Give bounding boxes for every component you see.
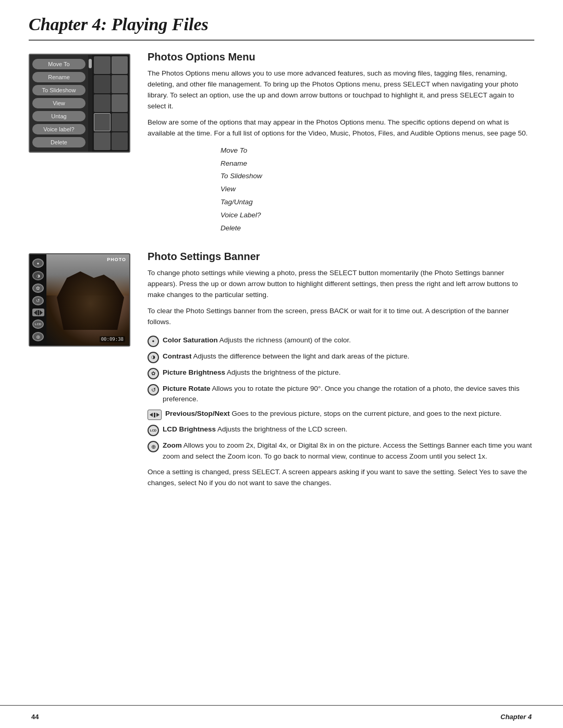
zoom-icon: ⊕: [32, 332, 44, 341]
menu-btn-move-to[interactable]: Move To: [32, 59, 85, 69]
feature-brightness-text: Picture Brightness Adjusts the brightnes…: [163, 367, 340, 378]
playback-icon-feature: [148, 410, 162, 420]
footer-chapter-label: Chapter 4: [500, 713, 532, 721]
zoom-icon-feature: ⊕: [148, 441, 159, 452]
photo-settings-heading: Photo Settings Banner: [148, 251, 534, 263]
contrast-icon-feature: ◑: [148, 352, 159, 363]
saturation-icon: ●: [32, 258, 44, 268]
brightness-icon-feature: ✿: [148, 368, 159, 379]
feature-rotate-text: Picture Rotate Allows you to rotate the …: [163, 384, 534, 405]
color-saturation-icon: ●: [148, 336, 159, 347]
feature-contrast-text: Contrast Adjusts the difference between …: [163, 351, 409, 362]
feature-lcd: LCD LCD Brightness Adjusts the brightnes…: [148, 424, 534, 436]
chapter-title: Chapter 4: Playing Files: [29, 15, 534, 40]
photo-settings-para2: To clear the Photo Settings banner from …: [148, 306, 534, 328]
menu-mockup-container: Move To Rename To Slideshow View Untag V…: [29, 51, 133, 153]
photos-options-heading: Photos Options Menu: [148, 51, 534, 63]
feature-brightness: ✿ Picture Brightness Adjusts the brightn…: [148, 367, 534, 379]
feature-color-saturation: ● Color Saturation Adjusts the richness …: [148, 335, 534, 347]
photo-timestamp: 00:09:38: [100, 336, 125, 342]
option-to-slideshow: To Slideshow: [221, 170, 534, 183]
feature-zoom-text: Zoom Allows you to zoom 2x, Digital 4x, …: [163, 440, 534, 462]
feature-playback-text: Previous/Stop/Next Goes to the previous …: [165, 409, 501, 419]
contrast-icon: ◑: [32, 271, 44, 280]
option-tag-untag: Tag/Untag: [221, 196, 534, 209]
playback-icon: [32, 309, 44, 316]
photo-main-area: PHOTO 00:09:38: [46, 254, 129, 346]
rotate-icon-feature: ↺: [148, 384, 159, 396]
photo-settings-text: Photo Settings Banner To change photo se…: [148, 251, 534, 488]
menu-button-list: Move To Rename To Slideshow View Untag V…: [30, 55, 88, 152]
menu-btn-view[interactable]: View: [32, 98, 85, 108]
menu-mockup: Move To Rename To Slideshow View Untag V…: [29, 54, 130, 153]
menu-btn-voice-label[interactable]: Voice label?: [32, 124, 85, 134]
photo-settings-sidebar: ● ◑ ✿ ↺ LCD ⊕: [30, 254, 46, 346]
lcd-icon: LCD: [32, 319, 44, 329]
photo-banner-mockup: ● ◑ ✿ ↺ LCD ⊕: [29, 253, 130, 347]
menu-btn-untag[interactable]: Untag: [32, 111, 85, 121]
photo-banner-mockup-container: ● ◑ ✿ ↺ LCD ⊕: [29, 251, 133, 347]
option-view: View: [221, 183, 534, 196]
photo-label: PHOTO: [107, 257, 126, 262]
option-move-to: Move To: [221, 144, 534, 157]
photo-settings-para3: Once a setting is changed, press SELECT.…: [148, 467, 534, 489]
feature-color-saturation-text: Color Saturation Adjusts the richness (a…: [163, 335, 351, 346]
page-footer: 44 Chapter 4: [0, 705, 563, 728]
option-delete: Delete: [221, 222, 534, 235]
option-list: Move To Rename To Slideshow View Tag/Unt…: [221, 144, 534, 236]
menu-scrollbar: [88, 55, 92, 152]
feature-rotate: ↺ Picture Rotate Allows you to rotate th…: [148, 384, 534, 405]
feature-contrast: ◑ Contrast Adjusts the difference betwee…: [148, 351, 534, 363]
feature-lcd-text: LCD Brightness Adjusts the brightness of…: [163, 424, 347, 435]
photo-settings-section: ● ◑ ✿ ↺ LCD ⊕: [0, 245, 563, 499]
photos-options-section: Move To Rename To Slideshow View Untag V…: [0, 41, 563, 245]
photos-options-para1: The Photos Options menu allows you to us…: [148, 68, 534, 112]
feature-zoom: ⊕ Zoom Allows you to zoom 2x, Digital 4x…: [148, 440, 534, 462]
menu-btn-delete[interactable]: Delete: [32, 137, 85, 147]
option-rename: Rename: [221, 157, 534, 170]
lcd-icon-feature: LCD: [148, 425, 159, 436]
menu-thumbnails: [92, 55, 129, 152]
photo-settings-para1: To change photo settings while viewing a…: [148, 268, 534, 301]
menu-btn-to-slideshow[interactable]: To Slideshow: [32, 85, 85, 95]
feature-playback: Previous/Stop/Next Goes to the previous …: [148, 409, 534, 420]
footer-page-number: 44: [31, 713, 39, 721]
menu-btn-rename[interactable]: Rename: [32, 72, 85, 82]
chapter-header: Chapter 4: Playing Files: [0, 0, 563, 40]
photos-options-para2: Below are some of the options that may a…: [148, 117, 534, 139]
rotate-icon: ↺: [32, 296, 44, 305]
photos-options-text: Photos Options Menu The Photos Options m…: [148, 51, 534, 235]
brightness-icon: ✿: [32, 283, 44, 293]
option-voice-label: Voice Label?: [221, 209, 534, 222]
